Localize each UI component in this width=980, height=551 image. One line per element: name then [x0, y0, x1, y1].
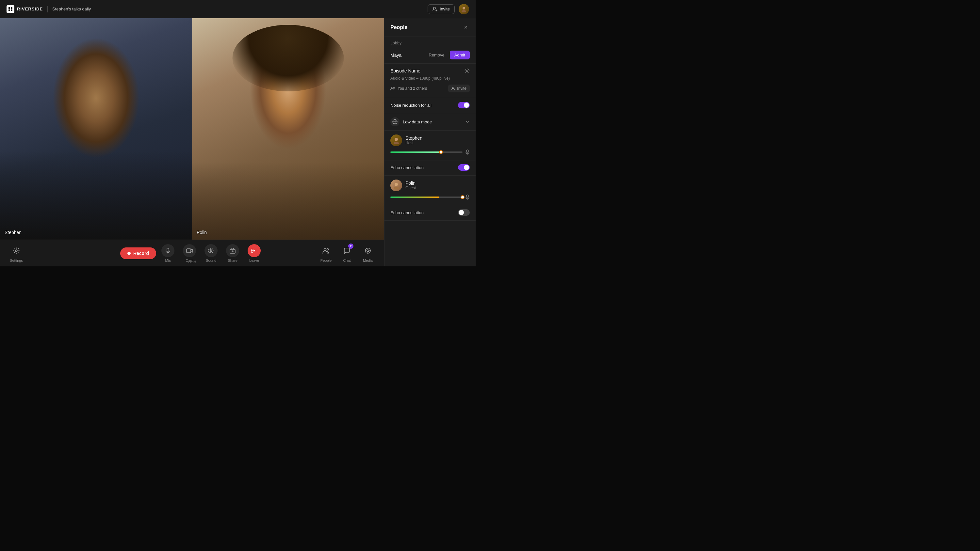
polin-audio-slider[interactable]	[390, 197, 463, 198]
panel-header: People ×	[385, 18, 476, 37]
polin-slider-thumb	[461, 195, 465, 199]
people-icon-container	[320, 244, 332, 257]
stephen-echo-row: Echo cancellation	[385, 161, 476, 176]
settings-button[interactable]: Settings	[10, 244, 23, 262]
svg-point-17	[393, 87, 395, 89]
noise-reduction-label: Noise reduction for all	[390, 103, 431, 108]
stephen-video-label: Stephen	[5, 230, 22, 235]
stephen-echo-label: Echo cancellation	[390, 165, 424, 170]
chat-button[interactable]: 2 Chat	[340, 244, 353, 262]
settings-label: Settings	[10, 259, 23, 262]
invite-button[interactable]: Invite	[428, 4, 455, 14]
episode-header: Episode Name	[390, 68, 470, 73]
svg-point-25	[394, 187, 399, 189]
svg-point-6	[461, 10, 466, 13]
stephen-slider-thumb	[439, 150, 443, 154]
svg-point-14	[367, 250, 369, 252]
share-label: Share	[228, 259, 237, 262]
header: RIVERSIDE Stephen's talks daily Invite	[0, 0, 476, 18]
polin-role: Guest	[406, 186, 470, 190]
polin-echo-knob	[459, 210, 464, 215]
svg-point-22	[394, 142, 399, 144]
media-icon-container	[361, 244, 374, 257]
right-panel: People × Lobby Maya Remove Admit Episode…	[384, 18, 476, 266]
leave-button[interactable]: Leave	[244, 242, 264, 264]
svg-rect-8	[167, 248, 169, 251]
media-icon	[364, 248, 371, 254]
people-label: People	[320, 259, 332, 262]
stephen-mic-icon[interactable]	[465, 149, 470, 155]
panel-close-button[interactable]: ×	[462, 24, 470, 31]
svg-point-24	[395, 183, 398, 186]
svg-rect-3	[11, 10, 13, 11]
logo-area: RIVERSIDE	[6, 5, 43, 13]
invite-label: Invite	[440, 6, 450, 11]
chat-badge: 2	[348, 243, 353, 249]
panel-invite-icon	[452, 86, 455, 91]
chat-badge-container: 2	[340, 244, 353, 257]
svg-rect-1	[11, 7, 13, 9]
svg-rect-23	[466, 150, 468, 153]
leave-icon	[251, 248, 258, 253]
sound-icon	[208, 248, 214, 254]
stephen-audio-slider[interactable]	[390, 151, 463, 153]
main-content: Stephen Polin	[0, 18, 476, 266]
chevron-down-icon	[465, 119, 470, 124]
polin-mic-icon[interactable]	[465, 195, 470, 200]
polin-echo-label: Echo cancellation	[390, 210, 424, 215]
mic-icon	[165, 248, 171, 254]
video-tile-stephen: Stephen	[0, 18, 192, 240]
polin-header: Polin Guest	[390, 179, 470, 191]
bottom-bar: Settings Record Start	[0, 240, 384, 266]
start-label: Start	[188, 260, 196, 264]
polin-avatar-icon	[393, 182, 400, 189]
session-title: Stephen's talks daily	[52, 6, 91, 11]
media-button[interactable]: Media	[361, 244, 374, 262]
polin-slider-row	[390, 195, 470, 200]
people-button[interactable]: People	[320, 244, 332, 262]
record-label: Record	[133, 251, 149, 256]
leave-icon-container	[248, 244, 261, 257]
polin-slider-fill	[390, 197, 439, 198]
record-button[interactable]: Record	[120, 248, 156, 259]
user-avatar[interactable]	[459, 4, 469, 14]
stephen-info: Stephen Host	[406, 135, 470, 145]
share-icon-container	[226, 244, 239, 257]
episode-viewers-row: You and 2 others Invite	[390, 84, 470, 92]
mic-button[interactable]: Mic	[158, 242, 178, 264]
stephen-echo-toggle[interactable]	[458, 164, 470, 171]
noise-reduction-row: Noise reduction for all	[385, 97, 476, 113]
admit-button[interactable]: Admit	[450, 51, 470, 59]
noise-reduction-toggle[interactable]	[458, 102, 470, 108]
stephen-header: Stephen Host	[390, 135, 470, 146]
lobby-actions: Remove Admit	[426, 51, 470, 59]
panel-invite-button[interactable]: Invite	[448, 84, 470, 92]
sound-button[interactable]: Sound	[201, 242, 221, 264]
polin-echo-row: Echo cancellation	[385, 206, 476, 221]
episode-settings-icon[interactable]	[465, 68, 470, 73]
remove-button[interactable]: Remove	[426, 51, 447, 59]
episode-section: Episode Name Audio & Video – 1080p (480p…	[385, 64, 476, 97]
svg-rect-2	[8, 10, 10, 11]
polin-info: Polin Guest	[406, 181, 470, 190]
share-button[interactable]: Share	[223, 242, 242, 264]
people-icon	[323, 248, 329, 254]
chat-label: Chat	[343, 259, 350, 262]
polin-name: Polin	[406, 181, 470, 186]
riverside-logo-icon	[6, 5, 14, 13]
share-icon	[230, 248, 235, 254]
invite-icon	[433, 6, 438, 12]
sound-icon-container	[205, 244, 218, 257]
panel-invite-label: Invite	[457, 86, 466, 91]
panel-title: People	[390, 24, 407, 30]
sound-label: Sound	[206, 259, 216, 262]
polin-avatar	[390, 179, 402, 191]
svg-point-5	[463, 7, 465, 10]
video-tile-polin: Polin	[192, 18, 384, 240]
bottom-right-controls: People 2 Chat	[320, 244, 374, 262]
low-data-row[interactable]: Low data mode	[385, 113, 476, 130]
video-area: Stephen Polin	[0, 18, 384, 266]
episode-name: Episode Name	[390, 68, 420, 73]
polin-echo-toggle[interactable]	[458, 209, 470, 216]
video-grid: Stephen Polin	[0, 18, 384, 240]
